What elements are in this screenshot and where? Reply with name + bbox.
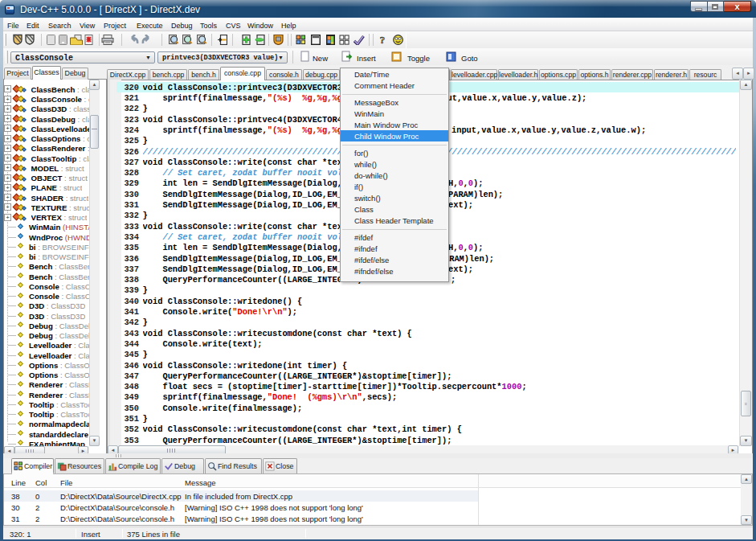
svg-text:?: ? bbox=[380, 35, 386, 45]
